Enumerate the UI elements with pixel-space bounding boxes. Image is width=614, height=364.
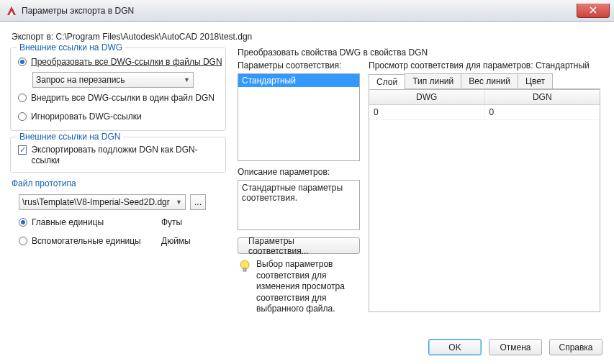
seedfile-legend: Файл прототипа <box>12 178 76 188</box>
seedfile-browse-button[interactable]: ... <box>190 194 206 210</box>
ok-label: OK <box>448 342 461 352</box>
cell-dgn: 0 <box>485 105 600 119</box>
radio-ignore-dwg[interactable]: Игнорировать DWG-ссылки <box>18 112 142 122</box>
titlebar: Параметры экспорта в DGN <box>0 0 614 22</box>
mapping-setups-list[interactable]: Стандартный <box>238 73 360 161</box>
preview-table-header: DWG DGN <box>369 90 600 105</box>
mapping-desc-label: Описание параметров: <box>238 167 330 177</box>
radio-translate-label: Преобразовать все DWG-ссылки в файлы DGN <box>31 57 222 67</box>
export-path-prefix: Экспорт в: <box>12 32 55 42</box>
radio-icon <box>19 218 27 227</box>
tab-layer[interactable]: Слой <box>369 74 405 89</box>
radio-icon <box>19 237 27 245</box>
preview-label: Просмотр соответствия для параметров: Ст… <box>369 60 590 70</box>
radio-icon <box>18 58 27 66</box>
col-dgn[interactable]: DGN <box>485 90 600 104</box>
table-row[interactable]: 0 0 <box>369 105 600 120</box>
cancel-button[interactable]: Отмена <box>489 339 542 355</box>
radio-translate-dwg[interactable]: Преобразовать все DWG-ссылки в файлы DGN <box>18 57 222 67</box>
dialog-buttons: OK Отмена Справка <box>428 339 602 355</box>
group-dwg-refs: Внешние ссылки на DWG Преобразовать все … <box>10 47 226 131</box>
svg-rect-1 <box>243 268 246 271</box>
export-path: Экспорт в: C:\Program Files\Autodesk\Aut… <box>12 32 604 42</box>
seedfile-browse-label: ... <box>194 197 202 207</box>
mapping-desc-text: Стандартные параметры соответствия. <box>238 180 360 230</box>
group-dgn-refs-legend: Внешние ссылки на DGN <box>17 132 123 142</box>
close-button[interactable] <box>577 4 610 18</box>
mapping-heading: Преобразовать свойства DWG в свойства DG… <box>238 47 428 58</box>
lightbulb-icon <box>238 259 252 273</box>
radio-master-label: Главные единицы <box>32 217 104 227</box>
overwrite-combo-value: Запрос на перезапись <box>36 75 125 85</box>
help-label: Справка <box>559 342 592 352</box>
seedfile-combo[interactable]: \rus\Template\V8-Imperial-Seed2D.dgr ▼ <box>19 194 186 210</box>
radio-sub-label: Вспомогательные единицы <box>32 236 141 246</box>
sub-unit-value: Дюймы <box>161 236 191 246</box>
ok-button[interactable]: OK <box>428 339 482 355</box>
tab-linetype[interactable]: Тип линий <box>405 73 461 88</box>
col-dwg[interactable]: DWG <box>369 90 485 104</box>
app-icon <box>6 5 17 17</box>
preview-table: DWG DGN 0 0 <box>369 89 600 312</box>
preview-label-prefix: Просмотр соответствия для параметров: <box>369 60 536 70</box>
mapping-hint-row: Выбор параметров соответствия для измене… <box>238 259 360 315</box>
preview-label-suffix: Стандартный <box>536 60 590 70</box>
cell-dwg: 0 <box>369 105 485 119</box>
radio-icon <box>18 94 27 102</box>
group-dgn-refs: Внешние ссылки на DGN Экспортировать под… <box>10 137 226 173</box>
seedfile-combo-value: \rus\Template\V8-Imperial-Seed2D.dgr <box>22 197 170 207</box>
radio-bind-label: Внедрить все DWG-ссылки в один файл DGN <box>31 93 215 103</box>
tab-color[interactable]: Цвет <box>518 73 553 88</box>
mapping-setups-label: Параметры соответствия: <box>238 60 341 70</box>
help-button[interactable]: Справка <box>549 339 602 355</box>
chevron-down-icon: ▼ <box>184 76 190 83</box>
radio-ignore-label: Игнорировать DWG-ссылки <box>31 112 142 122</box>
window-title: Параметры экспорта в DGN <box>22 6 577 16</box>
svg-point-0 <box>240 260 249 269</box>
radio-master-units[interactable]: Главные единицы <box>19 217 104 227</box>
overwrite-combo[interactable]: Запрос на перезапись ▼ <box>32 72 194 88</box>
tab-lineweight[interactable]: Вес линий <box>461 73 518 88</box>
group-seedfile: Файл прототипа \rus\Template\V8-Imperial… <box>10 178 226 253</box>
checkbox-export-dgn-underlays[interactable]: Экспортировать подложки DGN как DGN-ссыл… <box>18 145 217 166</box>
export-path-value: C:\Program Files\Autodesk\AutoCAD 2018\t… <box>55 32 252 42</box>
checkbox-export-dgn-label: Экспортировать подложки DGN как DGN-ссыл… <box>31 145 217 166</box>
preview-tabs: Слой Тип линий Вес линий Цвет <box>369 73 600 89</box>
checkbox-icon <box>18 145 27 155</box>
cancel-label: Отмена <box>500 342 531 352</box>
radio-icon <box>18 112 27 121</box>
mapping-hint-text: Выбор параметров соответствия для измене… <box>256 259 360 315</box>
master-unit-value: Футы <box>161 217 182 227</box>
mapping-setups-button-label: Параметры соответствия... <box>248 236 349 256</box>
radio-sub-units[interactable]: Вспомогательные единицы <box>19 236 141 246</box>
mapping-setup-item[interactable]: Стандартный <box>238 74 359 87</box>
group-dwg-refs-legend: Внешние ссылки на DWG <box>17 42 125 53</box>
chevron-down-icon: ▼ <box>176 199 182 206</box>
radio-bind-dwg[interactable]: Внедрить все DWG-ссылки в один файл DGN <box>18 93 215 103</box>
mapping-setups-button[interactable]: Параметры соответствия... <box>238 237 360 254</box>
